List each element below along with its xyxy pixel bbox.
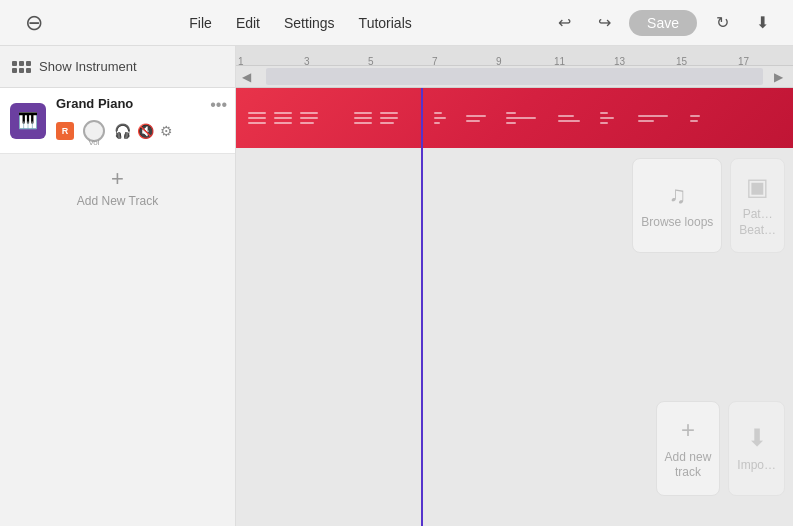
notation-group-11 [638,115,668,122]
notation-line [354,122,372,124]
top-bar-menus: File Edit Settings Tutorials [187,11,413,35]
track-more-button[interactable]: ••• [210,96,227,114]
mute-icon[interactable]: 🔇 [137,123,154,139]
notation-line [300,112,318,114]
notation-group-5 [380,112,398,124]
settings-icon[interactable]: ⚙ [160,123,173,139]
ruler-1: 1 [238,56,244,67]
menu-file[interactable]: File [187,11,214,35]
show-instrument-bar[interactable]: Show Instrument [0,46,235,88]
top-bar: ⊖ File Edit Settings Tutorials ↩ ↪ Save … [0,0,793,46]
nav-left-arrow[interactable]: ◀ [236,70,257,84]
logo: ⊖ [16,5,52,41]
save-button[interactable]: Save [629,10,697,36]
menu-edit[interactable]: Edit [234,11,262,35]
notation-line [274,112,292,114]
notation-line [638,115,668,117]
main-layout: Show Instrument 🎹 Grand Piano R Vol 🎧 🔇 … [0,46,793,526]
logo-icon: ⊖ [25,10,43,36]
playhead [421,88,423,526]
add-track[interactable]: + Add New Track [0,154,235,222]
ruler-11: 11 [554,56,565,67]
ruler-3: 3 [304,56,310,67]
pattern-beat-icon: ▣ [746,173,769,201]
track-icon: 🎹 [10,103,46,139]
import-button[interactable]: ⬇ Impo… [728,401,785,496]
redo-button[interactable]: ↪ [589,8,619,38]
menu-settings[interactable]: Settings [282,11,337,35]
notation-line [434,117,446,119]
notation-line [380,117,398,119]
side-action-panels: ♫ Browse loops ▣ Pat…Beat… [632,158,785,253]
notation-group-6 [434,112,446,124]
piano-icon: 🎹 [18,111,38,130]
notation-line [600,112,608,114]
top-bar-actions: ↩ ↪ Save ↻ ⬇ [549,8,777,38]
ruler-7: 7 [432,56,438,67]
notation-group-4 [354,112,372,124]
notation-line [300,122,314,124]
notation-group-10 [600,112,614,124]
transport-bar: ◀ ▶ [236,66,793,88]
notation-line [380,122,394,124]
ruler-17: 17 [738,56,749,67]
track-info: Grand Piano R Vol 🎧 🔇 ⚙ [56,96,225,145]
add-plus-icon: + [111,168,124,190]
vol-label: Vol [88,138,99,147]
notation-line [506,112,516,114]
add-new-track-button[interactable]: + Add newtrack [656,401,721,496]
refresh-button[interactable]: ↻ [707,8,737,38]
browse-loops-icon: ♫ [668,181,686,209]
menu-tutorials[interactable]: Tutorials [357,11,414,35]
grid-icon [12,61,31,73]
nav-right-arrow[interactable]: ▶ [768,70,789,84]
notation-group-12 [690,115,700,122]
show-instrument-label: Show Instrument [39,59,137,74]
track-controls: R Vol 🎧 🔇 ⚙ [56,117,225,145]
notation-group-2 [274,112,292,124]
notation-line [690,115,700,117]
import-label: Impo… [737,458,776,474]
download-button[interactable]: ⬇ [747,8,777,38]
notation-line [380,112,398,114]
ruler-5: 5 [368,56,374,67]
notation-line [466,120,480,122]
add-new-track-label: Add newtrack [665,450,712,481]
right-panel: 1 3 5 7 9 11 13 15 17 ◀ ▶ [236,46,793,526]
selection-highlight [266,68,763,85]
pattern-beat-button[interactable]: ▣ Pat…Beat… [730,158,785,253]
notation-line [354,112,372,114]
volume-knob[interactable]: Vol [80,117,108,145]
notation-line [434,122,440,124]
import-icon: ⬇ [747,424,767,452]
notation-group-9 [558,115,580,122]
notation-line [690,120,698,122]
piano-track-region[interactable] [236,88,793,148]
add-track-label: Add New Track [77,194,158,208]
browse-loops-button[interactable]: ♫ Browse loops [632,158,722,253]
notation-line [600,122,608,124]
pattern-beat-label: Pat…Beat… [739,207,776,238]
ruler-15: 15 [676,56,687,67]
notation-line [506,122,516,124]
headphone-icon[interactable]: 🎧 [114,123,131,139]
notation-line [506,117,536,119]
notation-group-8 [506,112,536,124]
notation-group-3 [300,112,318,124]
left-panel: Show Instrument 🎹 Grand Piano R Vol 🎧 🔇 … [0,46,236,526]
ruler-9: 9 [496,56,502,67]
notation-line [558,120,580,122]
notation-lines [248,112,781,124]
notation-line [600,117,614,119]
piano-region-block [236,88,793,148]
notation-line [558,115,574,117]
undo-button[interactable]: ↩ [549,8,579,38]
add-new-track-icon: + [681,416,695,444]
record-button[interactable]: R [56,122,74,140]
notation-line [638,120,654,122]
notation-group-7 [466,115,486,122]
notation-line [248,112,266,114]
ruler-13: 13 [614,56,625,67]
notation-line [274,122,292,124]
track-item: 🎹 Grand Piano R Vol 🎧 🔇 ⚙ ••• [0,88,235,154]
